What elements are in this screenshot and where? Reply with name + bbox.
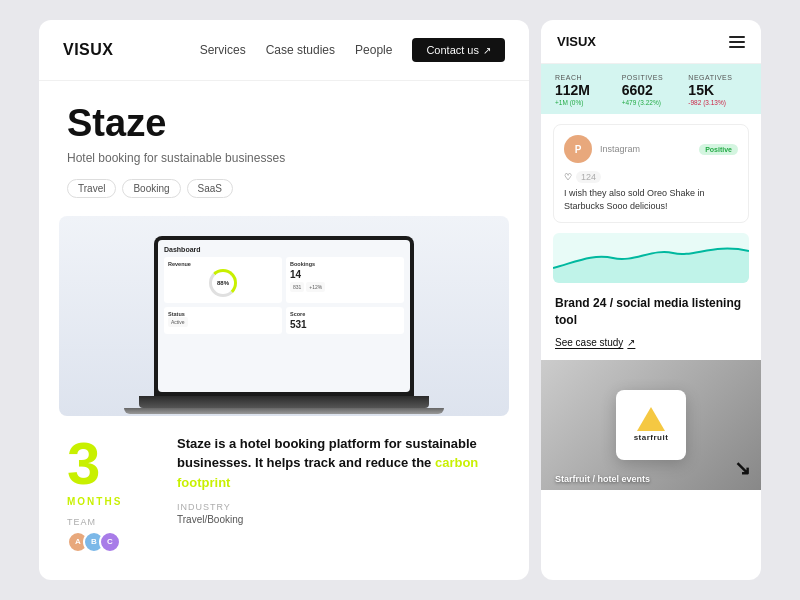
stat-reach: REACH 112M +1M (0%) <box>555 74 614 106</box>
ham-line-2 <box>729 41 745 43</box>
social-card: P Instagram Positive ♡ 124 I wish they a… <box>553 124 749 223</box>
months-label: MONTHS <box>67 496 122 507</box>
ham-line-3 <box>729 46 745 48</box>
tags-container: Travel Booking SaaS <box>67 179 501 198</box>
team-avatars: A B C <box>67 531 121 553</box>
project-subtitle: Hotel booking for sustainable businesses <box>67 151 501 165</box>
dash-card-3: Status Active <box>164 307 282 334</box>
social-card-header: P Instagram Positive <box>564 135 738 163</box>
tag-travel[interactable]: Travel <box>67 179 116 198</box>
left-navbar: VISUX Services Case studies People Conta… <box>39 20 529 81</box>
arrow-icon: ↗ <box>483 45 491 56</box>
case-study-title: Brand 24 / social media listening tool <box>555 295 747 329</box>
stats-row: REACH 112M +1M (0%) POSITIVES 6602 +479 … <box>555 74 747 106</box>
description-block: Staze is a hotel booking platform for su… <box>177 434 501 553</box>
laptop-base <box>139 396 429 408</box>
starfruit-sign: starfruit <box>616 390 686 460</box>
platform-label: Instagram <box>600 144 640 154</box>
like-row: ♡ 124 <box>564 171 738 183</box>
left-panel: VISUX Services Case studies People Conta… <box>39 20 529 580</box>
nav-services[interactable]: Services <box>200 43 246 57</box>
laptop-screen-inner: Dashboard Revenue 88% Bookings 14 831 +1… <box>158 240 410 392</box>
left-logo: VISUX <box>63 41 200 59</box>
description-text: Staze is a hotel booking platform for su… <box>177 434 501 493</box>
ham-line-1 <box>729 36 745 38</box>
stat-negatives: NEGATIVES 15K -982 (3.13%) <box>688 74 747 106</box>
dash-card-2: Bookings 14 831 +12% <box>286 257 404 303</box>
industry-block: Industry Travel/Booking <box>177 502 501 525</box>
right-navbar: VISUX <box>541 20 761 64</box>
hamburger-menu[interactable] <box>729 36 745 48</box>
starfruit-image: starfruit ↘ Starfruit / hotel events <box>541 360 761 490</box>
starfruit-label: Starfruit / hotel events <box>555 474 650 484</box>
stat-positives: POSITIVES 6602 +479 (3.22%) <box>622 74 681 106</box>
laptop-foot <box>124 408 444 414</box>
dashboard-header: Dashboard <box>164 246 404 253</box>
stats-bar: REACH 112M +1M (0%) POSITIVES 6602 +479 … <box>541 64 761 114</box>
wave-chart <box>553 233 749 283</box>
social-avatar: P <box>564 135 592 163</box>
external-link-icon: ↗ <box>627 337 635 348</box>
nav-links: Services Case studies People Contact us … <box>200 38 505 62</box>
months-block: 3 MONTHS TEAM A B C <box>67 434 147 553</box>
left-content: Staze Hotel booking for sustainable busi… <box>39 81 529 198</box>
laptop-mockup: Dashboard Revenue 88% Bookings 14 831 +1… <box>124 236 444 416</box>
industry-item: Industry Travel/Booking <box>177 502 243 525</box>
right-panel: VISUX REACH 112M +1M (0%) POSITIVES 6602… <box>541 20 761 580</box>
dashboard-grid: Revenue 88% Bookings 14 831 +12% <box>164 257 404 334</box>
see-case-study-link[interactable]: See case study ↗ <box>555 337 747 348</box>
right-logo: VISUX <box>557 34 729 49</box>
laptop-screen: Dashboard Revenue 88% Bookings 14 831 +1… <box>154 236 414 396</box>
starfruit-triangle-icon <box>637 407 665 431</box>
dash-card-1: Revenue 88% <box>164 257 282 303</box>
team-label: TEAM <box>67 517 96 527</box>
tag-saas[interactable]: SaaS <box>187 179 233 198</box>
mockup-container: Dashboard Revenue 88% Bookings 14 831 +1… <box>59 216 509 416</box>
gauge: 88% <box>209 269 237 297</box>
like-count: 124 <box>576 171 601 183</box>
like-icon: ♡ <box>564 172 572 182</box>
contact-button[interactable]: Contact us ↗ <box>412 38 505 62</box>
wave-container <box>553 233 749 283</box>
project-title: Staze <box>67 103 501 145</box>
starfruit-logo-text: starfruit <box>634 433 669 442</box>
platform-row: Instagram Positive <box>600 144 738 155</box>
highlight-text: carbon footprint <box>177 455 478 490</box>
avatar-3: C <box>99 531 121 553</box>
starfruit-arrow-icon: ↘ <box>734 456 751 480</box>
bottom-section: 3 MONTHS TEAM A B C Staze is a hotel boo… <box>39 416 529 553</box>
nav-people[interactable]: People <box>355 43 392 57</box>
dash-card-4: Score 531 <box>286 307 404 334</box>
months-number: 3 <box>67 434 100 494</box>
nav-case-studies[interactable]: Case studies <box>266 43 335 57</box>
tag-booking[interactable]: Booking <box>122 179 180 198</box>
positive-badge: Positive <box>699 144 738 155</box>
case-study-section: Brand 24 / social media listening tool S… <box>541 283 761 360</box>
social-card-text: I wish they also sold Oreo Shake in Star… <box>564 187 738 212</box>
